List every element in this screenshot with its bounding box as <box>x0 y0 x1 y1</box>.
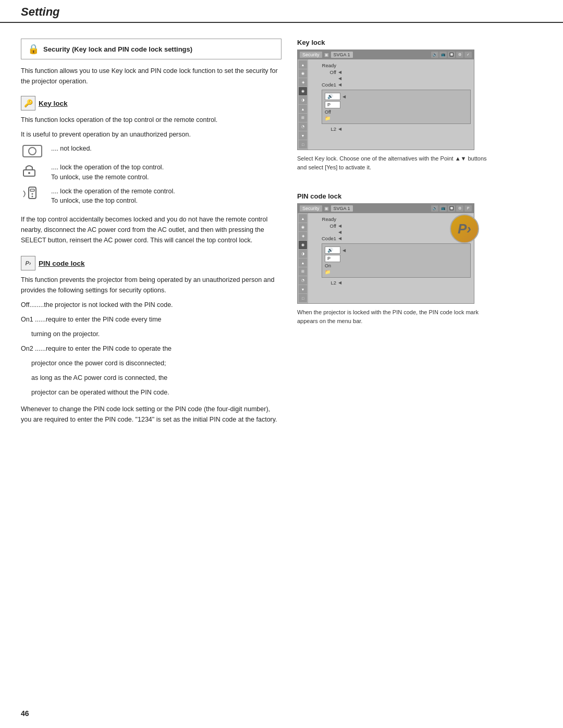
off-value: Off <box>325 109 331 115</box>
pin-sidebar-item5: ▲ <box>299 258 307 267</box>
pin-on-value: On <box>325 263 331 268</box>
sub-row3: Off <box>325 109 468 115</box>
ui-body-keylock: ▲ ◉ ◈ ◉ ◑ ▲ ⊞ ◔ ▼ □ Ready <box>298 59 474 150</box>
keylock-paragraph: If the top control accidentally becomes … <box>21 214 282 245</box>
pin-sidebar-up: ▲ <box>299 214 307 223</box>
topbar-icons-pin: 🔊 📺 🔲 ⚙ P <box>431 205 472 212</box>
lock-top-icon <box>21 163 44 177</box>
lock-remote-label2: To unlock, use the top control. <box>51 197 138 204</box>
ui-body-pin: ▲ ◉ ◈ ◉ ◑ ▲ ⊞ ◔ ▼ □ Ready <box>298 213 474 303</box>
keylock-desc1: This function locks operation of the top… <box>21 115 282 125</box>
arrow-code1: ◀ <box>338 82 341 87</box>
sidebar-down-arrow: ▼ <box>299 131 307 140</box>
main-content: 🔒 Security (Key lock and PIN code lock s… <box>0 23 563 450</box>
security-header-box: 🔒 Security (Key lock and PIN code lock s… <box>21 39 282 59</box>
ready-label: Ready <box>311 63 336 68</box>
ui-row-l2: L2 ◀ <box>311 126 471 132</box>
ui-sub-panel-pin: 🔊 ◀ P On 📁 <box>322 243 471 278</box>
pin-sidebar-item2: ◈ <box>299 232 307 240</box>
ui-main-pin: Ready Off ◀ ◀ Code1 ◀ <box>308 213 474 303</box>
svga-tab: SVGA 1 <box>331 52 353 58</box>
lock-remote-icon <box>21 187 44 201</box>
pin-sub-arrow1: ◀ <box>342 248 346 253</box>
security-tab: Security <box>300 52 322 58</box>
ui-sidebar-keylock: ▲ ◉ ◈ ◉ ◑ ▲ ⊞ ◔ ▼ □ <box>298 59 308 150</box>
pin-paragraph: Whenever to change the PIN code lock set… <box>21 404 282 425</box>
pin-screenshot-section: PIN code lock P› Security ▣ SVGA 1 🔊 📺 🔲… <box>297 192 495 325</box>
sidebar-item4: ◑ <box>299 96 307 104</box>
ui-sub-panel-keylock: 🔊 ◀ P Off 📁 <box>322 90 471 124</box>
sidebar-up-arrow: ▲ <box>299 60 307 69</box>
off-label: Off <box>311 69 336 75</box>
ui-topbar-keylock: Security ▣ SVGA 1 🔊 📺 🔲 ⚙ ✓ <box>298 50 474 59</box>
pin-sidebar-item1: ◉ <box>299 223 307 231</box>
keylock-ui-screen: Security ▣ SVGA 1 🔊 📺 🔲 ⚙ ✓ ▲ <box>297 50 474 150</box>
not-locked-label: .... not locked. <box>51 144 92 154</box>
pin-sidebar-item6: ⊞ <box>299 267 307 276</box>
pin-icon-box: P› <box>21 256 35 270</box>
keylock-icon-box: 🔑 <box>21 96 35 110</box>
pin-ui-row-code1: Code1 ◀ <box>311 236 471 241</box>
pin-sub-row3: On <box>325 263 468 268</box>
arrow-off: ◀ <box>338 70 341 75</box>
keylock-title-row: 🔑 Key lock <box>21 96 282 110</box>
svg-point-4 <box>32 193 33 194</box>
lock-top-row: .... lock the operation of the top contr… <box>21 163 282 182</box>
pin-ui-row-ready: Ready <box>311 216 471 222</box>
pin-icon3: 🔲 <box>448 205 455 212</box>
pin-sidebar-item4: ◑ <box>299 250 307 258</box>
pin-sidebar-item7: ◔ <box>299 276 307 285</box>
page-number: 46 <box>21 709 29 718</box>
keylock-screenshot-section: Key lock Security ▣ SVGA 1 🔊 📺 🔲 ⚙ ✓ <box>297 39 495 171</box>
pin-off-row-label: Off <box>311 223 336 229</box>
page-header: Setting <box>0 0 563 23</box>
svg-point-5 <box>32 195 33 197</box>
pin-ui-row-off: Off ◀ <box>311 223 471 229</box>
lock-top-label2: To unlock, use the remote control. <box>51 174 149 181</box>
not-locked-row: .... not locked. <box>21 144 282 158</box>
pin-sidebar-item3: ◉ <box>299 241 307 249</box>
lock-remote-label1: .... lock the operation of the remote co… <box>51 188 175 195</box>
l2-label: L2 <box>311 126 336 132</box>
pin-on1-indent: turning on the projector. <box>31 329 282 339</box>
pin-ui-row-blank: ◀ <box>311 230 471 235</box>
pin-title: PIN code lock <box>39 260 85 267</box>
pin-on2-line3: as long as the AC power cord is connecte… <box>31 373 282 383</box>
pin-arrow-off: ◀ <box>338 224 341 228</box>
sidebar-item5: ▲ <box>299 105 307 113</box>
folder-icon-keylock: 📁 <box>325 116 331 121</box>
pin-ui-screen: P› Security ▣ SVGA 1 🔊 📺 🔲 ⚙ P <box>297 203 474 304</box>
pin-sub-row1: 🔊 ◀ <box>325 246 468 254</box>
icon4: ⚙ <box>456 52 463 58</box>
arrow-l2: ◀ <box>338 127 341 131</box>
pin-sub-row2: P <box>325 255 468 262</box>
keylock-screenshot-title: Key lock <box>297 39 495 46</box>
icon1: 🔊 <box>431 52 438 58</box>
sub-row1: 🔊 ◀ <box>325 93 468 100</box>
icon3: 🔲 <box>448 52 455 58</box>
sidebar-item3-active: ◉ <box>299 87 307 95</box>
left-column: 🔒 Security (Key lock and PIN code lock s… <box>21 39 282 429</box>
pin-sub-value2: P <box>325 255 340 262</box>
pin-desc: This function prevents the projector fro… <box>21 275 282 295</box>
ui-topbar-pin: Security ▣ SVGA 1 🔊 📺 🔲 ⚙ P <box>298 204 474 213</box>
ui-sidebar-pin: ▲ ◉ ◈ ◉ ◑ ▲ ⊞ ◔ ▼ □ <box>298 213 308 303</box>
pin-on1-label: On1 ......require to enter the PIN code … <box>21 314 282 325</box>
svga-tab-pin: SVGA 1 <box>331 205 353 212</box>
sidebar-item8: □ <box>299 140 307 149</box>
pin-arrow-l2: ◀ <box>338 280 341 285</box>
code1-label: Code1 <box>311 82 336 88</box>
sidebar-item6: ⊞ <box>299 114 307 122</box>
sidebar-item2: ◈ <box>299 78 307 87</box>
monitor-icon: ▣ <box>324 52 329 57</box>
pin-l2-label: L2 <box>311 280 336 286</box>
right-column: Key lock Security ▣ SVGA 1 🔊 📺 🔲 ⚙ ✓ <box>297 39 495 429</box>
ui-row-code1: Code1 ◀ <box>311 82 471 88</box>
keylock-caption: Select Key lock. Choose one of the alter… <box>297 154 495 171</box>
security-description: This function allows you to use Key lock… <box>21 66 282 87</box>
pin-on2-label: On2 ......require to enter the PIN code … <box>21 343 282 354</box>
pin-code1-label: Code1 <box>311 236 336 241</box>
security-tab-pin: Security <box>300 205 322 212</box>
topbar-icons: 🔊 📺 🔲 ⚙ ✓ <box>431 52 472 58</box>
pin-sidebar-down: ▼ <box>299 285 307 293</box>
